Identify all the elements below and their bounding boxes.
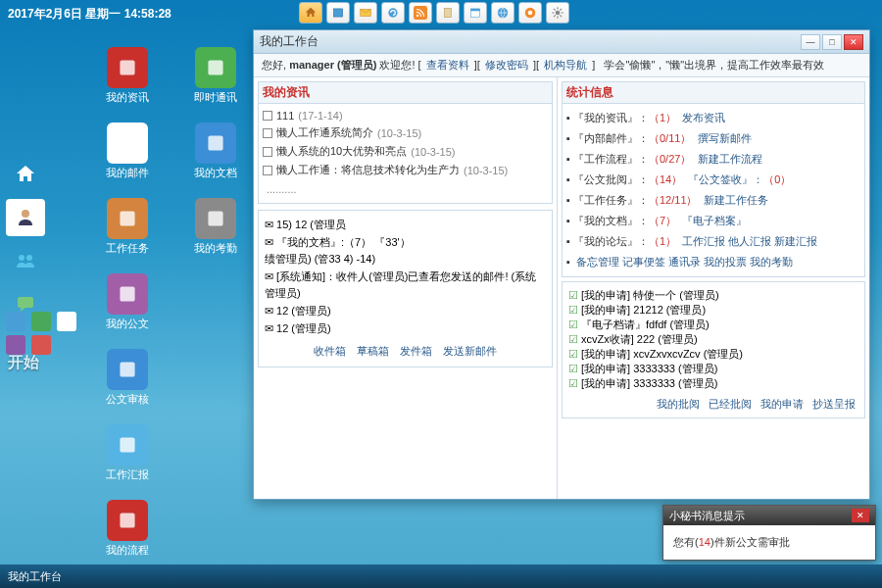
desktop-icon[interactable]: 我的文档: [181, 122, 250, 180]
mail-link[interactable]: 草稿箱: [357, 345, 389, 357]
notif-title: 小秘书消息提示: [669, 509, 745, 523]
desktop-icon[interactable]: 工作汇报: [93, 424, 162, 482]
news-list: 111 (17-1-14)懒人工作通系统简介 (10-3-15)懒人系统的10大…: [258, 104, 553, 204]
stat-row[interactable]: ▪ 『工作流程』：（0/27） 新建工作流程: [566, 149, 860, 170]
calendar-icon[interactable]: [464, 2, 487, 24]
stat-row[interactable]: ▪ 『我的论坛』：（1） 工作汇报 他人汇报 新建汇报: [566, 231, 860, 252]
mini-icons: [6, 312, 76, 331]
news-item[interactable]: 懒人系统的10大优势和亮点 (10-3-15): [263, 142, 548, 161]
svg-rect-20: [120, 362, 134, 376]
stat-row[interactable]: ▪ 『我的文档』：（7） 『电子档案』: [566, 211, 860, 231]
taskbar[interactable]: 我的工作台: [0, 564, 882, 588]
mini-icon-2[interactable]: [31, 312, 51, 331]
desktop-icon[interactable]: 我的邮件: [93, 122, 162, 180]
start-button[interactable]: 开始: [8, 353, 39, 373]
mail-link[interactable]: 发件箱: [400, 345, 432, 357]
desktop-icon[interactable]: 我的公文: [93, 273, 162, 331]
notif-close-button[interactable]: ✕: [852, 509, 869, 522]
mini-icon-close[interactable]: [31, 335, 51, 355]
window-icon[interactable]: [326, 2, 350, 24]
approval-item[interactable]: ☑[我的申请] 21212 (管理员): [568, 303, 858, 318]
mail-link[interactable]: 发送新邮件: [443, 345, 497, 357]
svg-rect-21: [120, 437, 134, 452]
svg-point-12: [22, 210, 29, 218]
svg-point-14: [26, 255, 32, 261]
notif-titlebar[interactable]: 小秘书消息提示 ✕: [663, 506, 875, 525]
mailbox-panel: ✉ 15) 12 (管理员✉ 『我的文档』:（7） 『33'）绩管理员) (管3…: [258, 210, 553, 368]
svg-rect-7: [470, 9, 479, 11]
stat-row[interactable]: ▪ 备忘管理 记事便签 通讯录 我的投票 我的考勤: [566, 252, 860, 272]
left-dock: [2, 152, 49, 326]
header-link[interactable]: 查看资料: [426, 59, 469, 71]
stat-row[interactable]: ▪ 『工作任务』：（12/11） 新建工作任务: [566, 190, 860, 211]
desktop-icon[interactable]: 我的流程: [93, 500, 162, 558]
svg-rect-15: [18, 297, 33, 308]
stat-row[interactable]: ▪ 『我的资讯』：（1） 发布资讯: [566, 108, 860, 128]
stats-section-title: 统计信息: [562, 81, 865, 104]
svg-rect-19: [120, 286, 134, 301]
motto: 学会"偷懒"，"懒"出境界，提高工作效率最有效: [604, 59, 824, 71]
help-icon[interactable]: [518, 2, 542, 24]
desktop-column-2: 即时通讯我的文档我的考勤: [181, 47, 250, 256]
approval-item[interactable]: ☑[我的申请] xcvZxvxcvZcv (管理员): [568, 347, 858, 362]
minimize-button[interactable]: —: [801, 34, 820, 50]
news-item[interactable]: 懒人工作通：将信息技术转化为生产力 (10-3-15): [263, 161, 548, 179]
mail-icon[interactable]: [354, 2, 377, 24]
news-section-title: 我的资讯: [258, 81, 553, 104]
svg-rect-0: [333, 9, 342, 17]
main-window: 我的工作台 — □ ✕ 您好, manager (管理员) 欢迎您! [ 查看资…: [253, 29, 870, 500]
svg-rect-25: [208, 211, 222, 225]
approval-item[interactable]: ☑[我的申请] 3333333 (管理员): [568, 362, 858, 376]
approval-link[interactable]: 我的申请: [760, 398, 804, 410]
dock-user-icon[interactable]: [6, 199, 45, 236]
maximize-button[interactable]: □: [822, 34, 842, 50]
dock-people-icon[interactable]: [6, 242, 45, 279]
close-button[interactable]: ✕: [844, 34, 863, 50]
desktop-icon[interactable]: 我的考勤: [181, 198, 250, 256]
news-item[interactable]: 111 (17-1-14): [263, 108, 548, 123]
approval-item[interactable]: ☑[我的申请] 特使一个 (管理员): [568, 288, 858, 303]
mini-icon-1[interactable]: [6, 312, 25, 331]
gear-icon[interactable]: [546, 2, 569, 24]
svg-point-10: [528, 11, 533, 16]
mini-icon-3[interactable]: [57, 312, 76, 331]
refresh-icon[interactable]: [381, 2, 405, 24]
greet-welcome: 欢迎您!: [379, 59, 415, 71]
news-item[interactable]: 懒人工作通系统简介 (10-3-15): [263, 123, 548, 142]
desktop-column-1: 我的资讯我的邮件工作任务我的公文公文审核工作汇报我的流程: [93, 47, 162, 558]
header-link[interactable]: 机构导航: [544, 59, 587, 71]
svg-rect-17: [120, 135, 134, 150]
greeting-bar: 您好, manager (管理员) 欢迎您! [ 查看资料 ][ 修改密码 ][…: [254, 54, 869, 77]
dock-home-icon[interactable]: [6, 156, 45, 193]
mail-link[interactable]: 收件箱: [314, 345, 346, 357]
approval-link[interactable]: 已经批阅: [709, 398, 752, 410]
stat-row[interactable]: ▪ 『公文批阅』：（14） 『公文签收』：（0）: [566, 170, 860, 190]
window-titlebar[interactable]: 我的工作台 — □ ✕: [254, 30, 869, 54]
approval-item[interactable]: ☑『电子档请』fdfdf (管理员): [568, 318, 858, 332]
approval-link[interactable]: 我的批阅: [657, 398, 700, 410]
mini-icon-4[interactable]: [6, 335, 25, 355]
header-link[interactable]: 修改密码: [485, 59, 528, 71]
notification-popup: 小秘书消息提示 ✕ 您有(14)件新公文需审批: [662, 505, 876, 561]
desktop-icon[interactable]: 工作任务: [93, 198, 162, 256]
greet-user: manager (管理员): [289, 59, 376, 71]
stat-row[interactable]: ▪ 『内部邮件』：（0/11） 撰写新邮件: [566, 128, 860, 149]
approval-link[interactable]: 抄送呈报: [812, 398, 856, 410]
globe-icon[interactable]: [491, 2, 514, 24]
clipboard-icon[interactable]: [436, 2, 460, 24]
svg-point-13: [19, 255, 24, 261]
desktop-icon[interactable]: 公文审核: [93, 349, 162, 407]
window-title: 我的工作台: [260, 33, 318, 50]
desktop-icon[interactable]: 即时通讯: [181, 47, 250, 105]
home-icon[interactable]: [299, 2, 322, 24]
approval-item[interactable]: ☑xcvZx收请] 222 (管理员): [568, 332, 858, 347]
svg-point-11: [556, 11, 561, 16]
desktop-icon[interactable]: 我的资讯: [93, 47, 162, 105]
approval-item[interactable]: ☑[我的申请] 3333333 (管理员): [568, 376, 858, 391]
svg-point-2: [388, 8, 397, 17]
svg-rect-5: [445, 8, 452, 17]
taskbar-item[interactable]: 我的工作台: [8, 569, 62, 584]
approval-list: ☑[我的申请] 特使一个 (管理员)☑[我的申请] 21212 (管理员)☑『电…: [562, 281, 865, 418]
rss-icon[interactable]: [409, 2, 432, 24]
top-toolbar: [299, 2, 569, 24]
